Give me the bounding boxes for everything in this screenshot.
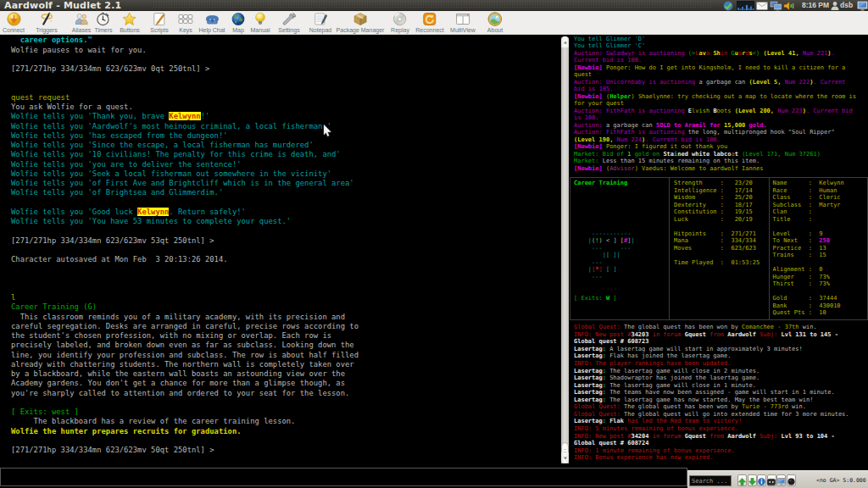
- console-line: Lasertag: Flak has led the Red team to v…: [574, 418, 849, 425]
- console-line: Career Training (G): [11, 302, 359, 312]
- toolbar-button-aliases[interactable]: Aliases: [72, 12, 92, 34]
- console-line: The blackboard has a review of the caree…: [11, 417, 359, 426]
- console-line: Hunger : 73%: [773, 274, 844, 280]
- console-line: [11, 264, 359, 274]
- console-line: Bank : 430010: [773, 302, 844, 309]
- toolbar-button-reconnect[interactable]: Reconnect: [415, 12, 443, 34]
- toolbar-label: Keys: [178, 26, 193, 34]
- toolbar-button-help-chat[interactable]: Help Chat: [198, 12, 225, 34]
- updates-tray-icon[interactable]: [722, 1, 734, 11]
- console-line: Wolfie tells you 'you are to deliver the…: [11, 160, 359, 169]
- package-manager-icon: [337, 12, 385, 26]
- toolbar-button-multiview[interactable]: MultiView: [450, 12, 476, 34]
- console-line: Lasertag: A lasertag game will start in …: [574, 346, 849, 353]
- console-line: quest request: [11, 93, 359, 103]
- clock[interactable]: 8:16 PM: [802, 0, 829, 11]
- console-line: Dexterity : 18/17: [674, 202, 760, 208]
- screen-button[interactable]: [776, 474, 786, 486]
- console-line: [271/271hp 334/334mn 623/623mv 50qt 250t…: [11, 446, 359, 455]
- console-line: Global Quest: The global quest has been …: [574, 403, 849, 411]
- console-line: [574, 194, 635, 201]
- console-line: for your quest: [574, 100, 856, 107]
- console-line: l: [11, 293, 359, 302]
- command-line[interactable]: [0, 468, 687, 486]
- panel-divider: [769, 178, 770, 319]
- console-line: INFO: Bonus experience has now expired.: [574, 454, 849, 462]
- console-line: -----------: [574, 230, 635, 237]
- toolbar-button-about[interactable]: About: [487, 12, 503, 34]
- console-line: [11, 398, 359, 408]
- console-line: [773, 259, 844, 266]
- toolbar-button-scripts[interactable]: Scripts: [150, 12, 168, 34]
- toolbar-button-connect[interactable]: Connect: [3, 12, 25, 34]
- toolbar-button-manual[interactable]: Manual: [251, 12, 270, 34]
- username[interactable]: dsb: [840, 0, 853, 11]
- toolbar-button-triggers[interactable]: Triggers: [36, 12, 57, 34]
- console-line: bid is 105.: [574, 86, 856, 92]
- console-line: [11, 436, 359, 446]
- search-input[interactable]: [689, 475, 732, 486]
- keys-icon: [178, 12, 193, 26]
- volume-tray-icon[interactable]: [783, 1, 794, 11]
- console-line: Lasertag: The teams have now been assign…: [574, 389, 849, 396]
- remote-desktop-tray-icon[interactable]: [770, 1, 782, 11]
- toolbar-label: Notepad: [309, 26, 331, 34]
- console-line: Intelligence : 17/14: [674, 187, 760, 194]
- info-button[interactable]: [757, 474, 766, 486]
- search-down-button[interactable]: [748, 474, 757, 486]
- toolbar-button-map[interactable]: Map: [231, 12, 246, 34]
- main-console[interactable]: career options."Wolfie pauses to wait fo…: [11, 36, 359, 455]
- title-bar: Aardwolf - Mudlet 2.1 8:16 PM dsb: [0, 0, 868, 11]
- toolbar-button-keys[interactable]: Keys: [178, 12, 193, 34]
- toolbar-button-replay[interactable]: Replay: [391, 12, 409, 34]
- about-icon: [487, 12, 503, 26]
- console-line: [11, 246, 359, 255]
- console-line: Practice : 13: [773, 245, 844, 252]
- scrollbar-up-button[interactable]: [561, 36, 569, 47]
- toolbar-label: Buttons: [120, 26, 140, 34]
- room-map-panel[interactable]: Career Training ----------- |(!) < ] [#]…: [574, 180, 635, 302]
- console-line: ---: [574, 274, 635, 280]
- console-line: by a blackboard, while the eastern wall …: [11, 369, 359, 379]
- console-line: You tell Glimmer 'C': [574, 42, 856, 49]
- search-up-button[interactable]: [737, 474, 747, 486]
- console-line: Hitpoints : 271/271: [674, 230, 760, 237]
- main-console-scrollbar[interactable]: [561, 36, 569, 463]
- console-line: [574, 223, 635, 230]
- mail-tray-icon[interactable]: [756, 2, 768, 10]
- screen-icon: [777, 473, 786, 488]
- network-graph-tray-icon[interactable]: [737, 1, 754, 11]
- console-line: [11, 274, 359, 284]
- console-line: Mana : 334/334: [674, 237, 760, 244]
- help-chat-icon: [198, 12, 225, 26]
- manual-icon: [251, 12, 270, 26]
- console-line: ---: [574, 259, 635, 266]
- console-line: [11, 198, 359, 208]
- toolbar-label: Aliases: [72, 26, 92, 34]
- console-line: Wisdom : 25/20: [674, 194, 760, 201]
- console-line: Auction: a garbage can SOLD to Aramil fo…: [574, 122, 856, 129]
- command-input[interactable]: [1, 470, 687, 487]
- console-line: Auction: FithFath is auctioning the long…: [574, 129, 856, 136]
- console-line: Global Quest: The global quest has been …: [574, 324, 849, 331]
- console-line: Time Played : 01:53:25: [674, 259, 760, 266]
- toolbar-button-notepad[interactable]: Notepad: [309, 12, 331, 34]
- console-line: [674, 252, 760, 258]
- toolbar-button-timers[interactable]: Timers: [94, 12, 112, 34]
- mute-button[interactable]: [787, 474, 796, 486]
- notepad-icon: [309, 12, 331, 26]
- toolbar-button-settings[interactable]: Settings: [278, 12, 299, 34]
- console-line: [ Exits: W ]: [574, 295, 635, 302]
- toolbar-button-package-manager[interactable]: Package Manager: [337, 12, 385, 34]
- console-line: Quest Pts : 10: [773, 309, 844, 316]
- errors-button[interactable]: [767, 474, 776, 486]
- scrollbar-down-button[interactable]: [561, 452, 569, 463]
- global-quest-panel[interactable]: Global Quest: The global quest has been …: [574, 324, 849, 461]
- console-line: To Next : 250: [773, 237, 844, 244]
- display-tray-icon[interactable]: [857, 1, 868, 11]
- toolbar-label: Connect: [3, 26, 25, 34]
- toolbar-button-buttons[interactable]: Buttons: [120, 12, 140, 34]
- stats-panel: Strength : 23/20Intelligence : 17/14Wisd…: [674, 180, 760, 266]
- chat-capture-panel[interactable]: You tell Glimmer 'D'You tell Glimmer 'C'…: [574, 36, 856, 172]
- info-icon: [758, 473, 765, 488]
